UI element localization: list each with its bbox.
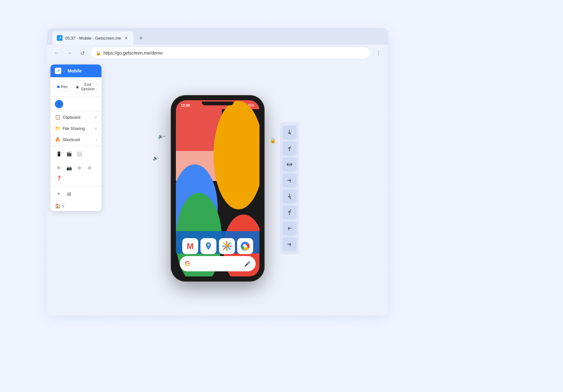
eye-icon[interactable]: 👁 <box>55 164 63 172</box>
address-bar: ← → ↺ 🔒 https://go.getscreen.me/demo ⋮ <box>47 45 388 61</box>
phone-screen: 12:00 ▼ ▲ 85% <box>176 100 259 276</box>
gesture-tap-right-button[interactable] <box>282 173 297 187</box>
star-icon[interactable]: ✦ <box>55 190 63 198</box>
gesture-swipe-left-icon <box>286 224 293 232</box>
url-bar[interactable]: 🔒 https://go.getscreen.me/demo <box>91 47 370 59</box>
shortcut-icon: 🔥 <box>55 137 60 142</box>
sidebar-toolbar-row1: 📱 🎬 ⬜ <box>50 147 101 161</box>
gesture-swipe-horizontal-icon <box>286 161 293 168</box>
phone-icon[interactable]: 📱 <box>55 150 63 158</box>
camera-icon[interactable]: 🎬 <box>65 150 73 158</box>
gesture-swipe-up-button[interactable] <box>282 141 297 155</box>
gesture-long-press-up-icon <box>286 208 293 216</box>
voice-search-icon: 🎤 <box>244 261 251 267</box>
gesture-tap-right-icon <box>286 177 293 184</box>
svg-point-8 <box>290 198 291 200</box>
file-sharing-label: File Sharing <box>63 126 85 131</box>
gmail-app-icon[interactable]: M <box>182 238 198 254</box>
photos-icon-svg <box>222 241 232 251</box>
expand-icon[interactable]: ⬜ <box>75 150 83 158</box>
sidebar-item-clipboard[interactable]: 📋 Clipboard ∨ <box>50 112 101 123</box>
file-sharing-icon: 📁 <box>55 126 60 131</box>
rec-label: Rec <box>61 85 68 89</box>
gesture-long-press-up-button[interactable] <box>282 205 297 219</box>
browser-menu-button[interactable]: ⋮ <box>374 49 383 57</box>
rec-button[interactable]: Rec <box>54 83 71 91</box>
sidebar-logo-icon <box>55 68 61 74</box>
svg-point-5 <box>290 146 291 147</box>
lock-icon: 🔒 <box>96 51 101 56</box>
sidebar-panel: ‹ Mobile Rec ▣ End Session 👤 <box>50 64 101 211</box>
gesture-swipe-down-icon <box>286 129 293 136</box>
svg-point-7 <box>290 181 291 182</box>
screenshot-icon[interactable]: 📷 <box>65 164 73 172</box>
file-sharing-chevron-icon: ∨ <box>94 126 97 131</box>
home-icon[interactable]: 🏠 <box>55 203 60 208</box>
shortcut-label: Shortcust <box>63 137 80 142</box>
rec-dot-icon <box>57 86 60 88</box>
volume-up-icon: 🔊+ <box>158 134 166 139</box>
tab-title: 05:37 - Mobile - Getscreen.me <box>65 36 121 41</box>
clipboard-chevron-icon: ∨ <box>94 115 97 119</box>
wallpaper-yellow-circle <box>214 101 259 210</box>
gesture-swipe-left-button[interactable] <box>282 221 297 235</box>
google-search-logo: G <box>185 260 190 268</box>
phone-search-bar[interactable]: G 🎤 <box>180 256 256 271</box>
gesture-long-press-down-button[interactable] <box>282 189 297 203</box>
gesture-swipe-horizontal-button[interactable] <box>282 157 297 171</box>
photos-app-icon[interactable] <box>219 238 235 254</box>
back-button[interactable]: ← <box>52 49 61 57</box>
sidebar-item-file-sharing[interactable]: 📁 File Sharing ∨ <box>50 123 101 134</box>
chrome-app-icon[interactable] <box>237 238 253 254</box>
maps-app-icon[interactable] <box>200 238 216 254</box>
sidebar-toolbar-row3: ✦ ▦ <box>50 187 101 201</box>
new-tab-button[interactable]: + <box>136 33 146 43</box>
gesture-swipe-down-button[interactable] <box>282 125 297 139</box>
url-text: https://go.getscreen.me/demo <box>103 50 162 56</box>
shortcut-chevron-icon: › <box>96 138 97 141</box>
grid-icon[interactable]: ▦ <box>65 190 73 198</box>
refresh-button[interactable]: ↺ <box>78 49 87 57</box>
sidebar-divider <box>50 146 101 146</box>
end-session-button[interactable]: ▣ End Session <box>73 80 98 93</box>
tab-bar: 05:37 - Mobile - Getscreen.me ✕ + <box>47 28 388 45</box>
volume-up-button[interactable]: 🔊+ <box>158 134 166 139</box>
phone-home-screen[interactable]: M <box>176 109 259 276</box>
gesture-swipe-right-icon <box>286 240 293 248</box>
gesture-panel <box>280 122 299 254</box>
sidebar-user-section: 👤 <box>50 97 101 112</box>
end-session-label: End Session <box>80 82 95 91</box>
footer-chevron-icon[interactable]: ∨ <box>62 203 65 208</box>
tab-close-button[interactable]: ✕ <box>124 35 129 41</box>
phone-container: 🔊+ 🔊- 12:00 ▼ ▲ 85% <box>171 96 264 281</box>
forward-button[interactable]: → <box>65 49 74 57</box>
settings2-icon[interactable]: ⚙ <box>86 164 93 172</box>
svg-point-11 <box>290 245 291 246</box>
volume-down-button[interactable]: 🔊- <box>153 156 159 161</box>
sidebar-item-shortcut[interactable]: 🔥 Shortcust › <box>50 134 101 145</box>
gesture-swipe-up-icon <box>286 145 293 152</box>
browser-content: ‹ Mobile Rec ▣ End Session 👤 <box>47 61 388 315</box>
phone-notch <box>202 102 234 105</box>
help-icon[interactable]: ❓ <box>55 174 63 182</box>
gmail-letter: M <box>187 241 194 251</box>
clipboard-icon: 📋 <box>55 115 60 120</box>
settings-icon[interactable]: ⚙ <box>75 164 83 172</box>
svg-point-6 <box>289 165 290 166</box>
tab-favicon-icon <box>57 35 63 41</box>
user-avatar-icon: 👤 <box>55 100 63 108</box>
sidebar-toolbar-row2: 👁 📷 ⚙ ⚙ ❓ <box>50 161 101 185</box>
sidebar-footer: 🏠 ∨ <box>50 201 101 211</box>
clipboard-label: Clipboard <box>63 115 80 120</box>
sidebar-actions: Rec ▣ End Session <box>50 77 101 97</box>
lock-icon: 🔒 <box>270 137 276 143</box>
phone-app-row: M <box>176 238 259 254</box>
sidebar-divider2 <box>50 186 101 186</box>
sidebar-header: ‹ Mobile <box>50 64 101 77</box>
end-session-icon: ▣ <box>76 85 79 89</box>
browser-tab-active[interactable]: 05:37 - Mobile - Getscreen.me ✕ <box>52 31 133 45</box>
gesture-swipe-right-button[interactable] <box>282 237 297 251</box>
sidebar-collapse-icon: ‹ <box>64 69 65 73</box>
svg-point-3 <box>244 245 247 248</box>
volume-down-icon: 🔊- <box>153 156 159 161</box>
